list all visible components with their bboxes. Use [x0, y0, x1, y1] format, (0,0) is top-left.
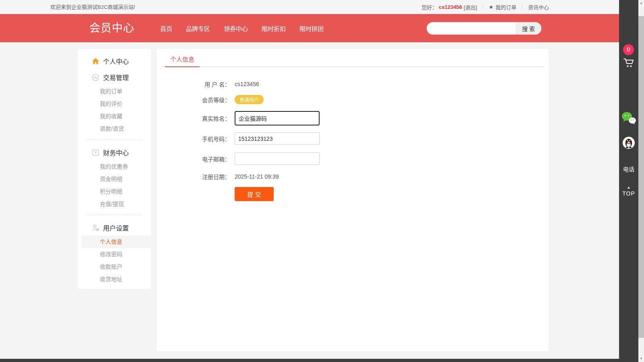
main-header: 会员中心 首页 品牌专区 领券中心 限时折扣 限时拼团 搜 索: [0, 14, 619, 42]
email-row: 电子邮箱：: [157, 152, 549, 165]
realname-row: 真实姓名：: [157, 111, 549, 125]
wechat-icon[interactable]: [621, 112, 636, 126]
topbar-links: 您好： cs123456 [退出] ★ 我的订单 资讯中心: [416, 0, 555, 14]
realname-label: 真实姓名：: [197, 114, 230, 122]
phone-label: 手机号码：: [197, 135, 230, 143]
sidebar-divider: [87, 140, 142, 140]
sidebar-section-finance[interactable]: ¥ 财务中心: [78, 144, 151, 160]
email-input[interactable]: [235, 152, 320, 165]
sidebar-item-recharge-withdraw[interactable]: 充值/提现: [78, 198, 151, 210]
top-label: TOP: [619, 190, 638, 197]
sidebar-item-shipping-address[interactable]: 收货地址: [78, 273, 151, 286]
cart-count-badge: 0: [623, 44, 634, 55]
sidebar-item-my-coupons[interactable]: 我的优惠券: [78, 160, 151, 173]
member-level-badge: 普通用户: [235, 95, 264, 104]
greeting: 您好： cs123456 [退出]: [416, 4, 483, 10]
personal-info-form: 用 户 名： cs123456 会员等级： 普通用户 真实姓名： 手机号码： 电…: [157, 67, 549, 201]
sidebar-item-personal-info[interactable]: 个人信息: [82, 236, 151, 248]
cart-icon[interactable]: [623, 58, 635, 70]
submit-row: 提 交: [157, 187, 549, 201]
regdate-row: 注册日期： 2025-11-21 09:39: [157, 173, 549, 181]
sidebar-section-user-settings[interactable]: 用户设置: [78, 220, 151, 236]
back-to-top-button[interactable]: ▲ TOP: [619, 186, 638, 197]
main-nav: 首页 品牌专区 领券中心 限时折扣 限时拼团: [158, 14, 326, 42]
phone-contact-label[interactable]: 电话: [619, 165, 638, 173]
scrollbar-down-arrow-icon[interactable]: ▼: [638, 356, 644, 362]
sidebar: 个人中心 交易管理 我的订单 我的评价 我的收藏 退款/退货 ¥ 财务中心 我的…: [78, 49, 151, 289]
sidebar-item-points-details[interactable]: 积分明细: [78, 185, 151, 198]
tab-personal-info[interactable]: 个人信息: [165, 51, 200, 67]
nav-brand-zone[interactable]: 品牌专区: [184, 23, 212, 34]
scrollbar-thumb[interactable]: [638, 16, 644, 338]
sidebar-item-my-reviews[interactable]: 我的评价: [78, 98, 151, 110]
top-arrow-icon: ▲: [619, 186, 638, 189]
main-panel: 个人信息 用 户 名： cs123456 会员等级： 普通用户 真实姓名： 手机…: [157, 49, 549, 351]
greeting-prefix: 您好：: [421, 3, 437, 11]
star-icon: ★: [489, 4, 493, 10]
search-bar: 搜 索: [427, 22, 541, 35]
sidebar-item-refunds[interactable]: 退款/退货: [78, 123, 151, 135]
submit-button[interactable]: 提 交: [235, 187, 274, 201]
trade-icon: [92, 74, 99, 81]
member-level-label: 会员等级：: [197, 96, 230, 104]
sidebar-item-fund-details[interactable]: 资金明细: [78, 173, 151, 185]
page-scrollbar[interactable]: ▲ ▼: [638, 0, 644, 362]
sidebar-section-personal-center[interactable]: 个人中心: [78, 53, 151, 69]
finance-icon: ¥: [92, 149, 99, 156]
member-level-row: 会员等级： 普通用户: [157, 95, 549, 104]
username-text: cs123456: [439, 4, 462, 10]
my-orders-label: 我的订单: [495, 3, 516, 11]
sidebar-item-my-favorites[interactable]: 我的收藏: [78, 110, 151, 123]
username-label: 用 户 名：: [197, 80, 230, 88]
floating-side-panel: 0 购物车 电话 ▲ TOP: [619, 0, 638, 362]
nav-home[interactable]: 首页: [158, 23, 174, 34]
regdate-value: 2025-11-21 09:39: [235, 173, 279, 180]
tab-bar: 个人信息: [162, 49, 544, 67]
sidebar-section-title: 财务中心: [103, 148, 129, 157]
bottom-dark-strip: [0, 359, 619, 362]
sidebar-section-trade[interactable]: 交易管理: [78, 69, 151, 85]
phone-row: 手机号码：: [157, 132, 549, 145]
sidebar-section-title: 个人中心: [103, 56, 129, 66]
nav-group-buy[interactable]: 限时拼团: [297, 23, 326, 34]
sidebar-section-title: 用户设置: [103, 223, 129, 232]
nav-flash-discount[interactable]: 限时折扣: [260, 23, 288, 34]
news-link[interactable]: 资讯中心: [522, 4, 555, 10]
my-orders-link[interactable]: ★ 我的订单: [483, 4, 522, 10]
logout-link[interactable]: [退出]: [464, 3, 477, 11]
svg-text:¥: ¥: [94, 150, 97, 155]
sidebar-item-my-orders[interactable]: 我的订单: [78, 85, 151, 98]
welcome-text: 欢迎来到企业猫测试B2C商城演示站!: [50, 0, 135, 14]
qq-icon[interactable]: [623, 137, 635, 150]
logo-member-center[interactable]: 会员中心: [89, 14, 134, 42]
sidebar-section-title: 交易管理: [103, 72, 129, 82]
email-label: 电子邮箱：: [197, 155, 230, 163]
username-value: cs123456: [235, 81, 259, 87]
home-icon: [92, 58, 99, 65]
scrollbar-up-arrow-icon[interactable]: ▲: [638, 0, 644, 6]
news-label: 资讯中心: [528, 3, 549, 11]
search-input[interactable]: [427, 22, 516, 35]
regdate-label: 注册日期：: [197, 173, 230, 181]
search-button[interactable]: 搜 索: [516, 22, 541, 35]
sidebar-divider: [87, 215, 142, 215]
nav-coupon-center[interactable]: 领券中心: [222, 23, 250, 34]
realname-input[interactable]: [235, 111, 320, 125]
user-settings-icon: [92, 224, 99, 232]
sidebar-item-change-password[interactable]: 修改密码: [78, 248, 151, 261]
username-row: 用 户 名： cs123456: [157, 80, 549, 88]
sidebar-item-payment-account[interactable]: 收款账户: [78, 261, 151, 273]
topbar: 欢迎来到企业猫测试B2C商城演示站! 您好： cs123456 [退出] ★ 我…: [0, 0, 619, 14]
phone-input[interactable]: [235, 132, 320, 145]
